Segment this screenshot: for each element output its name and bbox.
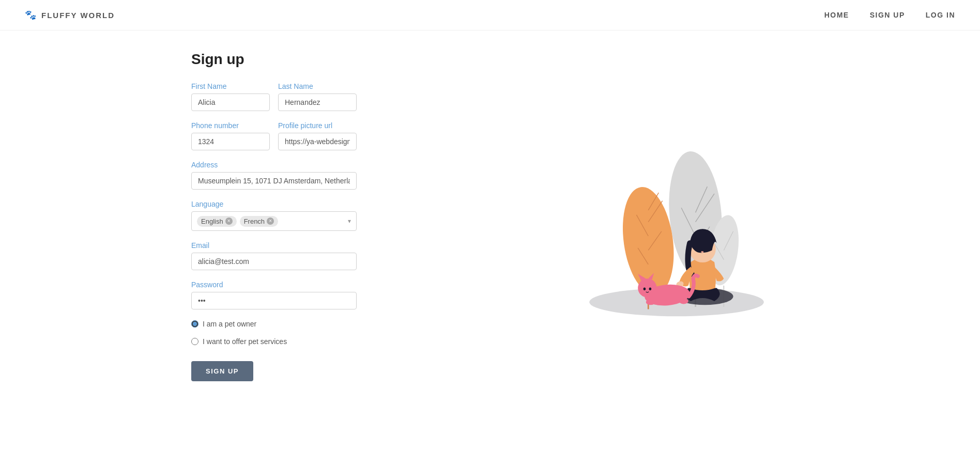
last-name-input[interactable] [278,94,357,111]
radio-offer-services[interactable]: I want to offer pet services [191,337,357,346]
svg-point-23 [638,278,657,298]
nav-login[interactable]: LOG IN [926,11,955,19]
signup-form: Sign up First Name Last Name Phone numbe… [191,51,357,381]
first-name-group: First Name [191,82,270,111]
french-tag-label: French [244,217,265,225]
paw-icon: 🐾 [25,9,37,21]
last-name-group: Last Name [278,82,357,111]
svg-point-27 [649,287,652,290]
radio-pet-owner[interactable]: I am a pet owner [191,320,357,328]
page-content: Sign up First Name Last Name Phone numbe… [0,30,980,402]
address-input[interactable] [191,172,357,190]
english-tag-remove[interactable]: × [225,217,233,225]
password-label: Password [191,281,357,289]
brand-logo: 🐾 FLUFFY WORLD [25,9,115,21]
radio-offer-services-label: I want to offer pet services [203,337,287,346]
profile-url-label: Profile picture url [278,121,357,130]
address-group: Address [191,161,357,190]
password-input[interactable] [191,292,357,309]
nav-links: HOME SIGN UP LOG IN [824,11,955,19]
radio-offer-services-input[interactable] [191,338,198,345]
email-group: Email [191,241,357,270]
language-label: Language [191,200,357,208]
svg-rect-20 [701,251,703,253]
phone-label: Phone number [191,121,270,130]
signup-button[interactable]: SIGN UP [191,361,253,381]
svg-point-29 [679,298,688,304]
illustration-section [398,51,955,381]
nav-signup[interactable]: SIGN UP [870,11,905,19]
first-name-input[interactable] [191,94,270,111]
phone-url-row: Phone number Profile picture url [191,121,357,150]
svg-point-28 [646,299,655,305]
name-row: First Name Last Name [191,82,357,111]
radio-pet-owner-input[interactable] [191,320,198,328]
french-tag-remove[interactable]: × [267,217,274,225]
language-tag-french: French × [240,216,278,227]
profile-url-input[interactable] [278,133,357,150]
language-dropdown-arrow[interactable]: ▾ [348,217,351,225]
nav-home[interactable]: HOME [824,11,849,19]
english-tag-label: English [201,217,223,225]
brand-name: FLUFFY WORLD [41,11,115,20]
svg-point-26 [644,287,646,290]
navbar: 🐾 FLUFFY WORLD HOME SIGN UP LOG IN [0,0,980,30]
last-name-label: Last Name [278,82,357,90]
illustration-svg [568,128,785,325]
language-tag-english: English × [197,216,237,227]
address-label: Address [191,161,357,169]
language-select[interactable]: English × French × ▾ [191,211,357,231]
profile-url-group: Profile picture url [278,121,357,150]
phone-group: Phone number [191,121,270,150]
radio-pet-owner-label: I am a pet owner [203,320,256,328]
language-group: Language English × French × ▾ [191,200,357,231]
phone-input[interactable] [191,133,270,150]
email-label: Email [191,241,357,250]
email-input[interactable] [191,253,357,270]
role-radio-group: I am a pet owner I want to offer pet ser… [191,320,357,349]
page-title: Sign up [191,51,357,68]
password-group: Password [191,281,357,309]
first-name-label: First Name [191,82,270,90]
